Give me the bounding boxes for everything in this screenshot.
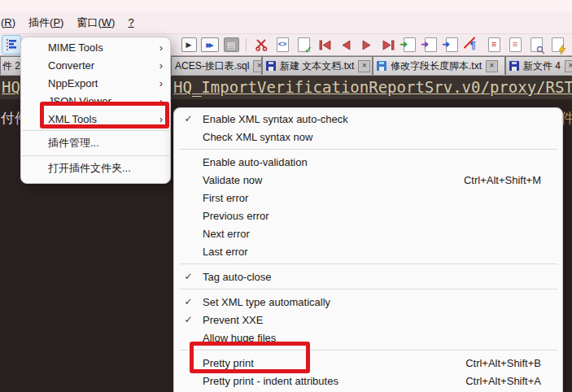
run-icon[interactable]: ▶ xyxy=(178,35,199,54)
save-icon xyxy=(509,61,519,71)
lines-glyph: ≡ xyxy=(489,40,500,49)
menu-item-label: NppExport xyxy=(48,77,98,89)
menu-accel: R xyxy=(4,16,11,28)
editor-text-fragment: HQ_ImportVerificationReportSrv.v0/proxy/… xyxy=(173,78,572,96)
submenu-arrow-icon: › xyxy=(159,95,163,107)
arrow-glyph: ➔ xyxy=(421,40,429,49)
xml-menu-item-first-error[interactable]: First error xyxy=(174,189,562,207)
tab-label: 新文件 4 xyxy=(523,59,561,73)
ampersand-icon[interactable]: & xyxy=(568,35,572,54)
menu-item-window[interactable]: 窗口(W) xyxy=(70,15,121,30)
menu-item-help[interactable]: ? xyxy=(121,16,140,28)
menu-item-plugins[interactable]: 插件(P) xyxy=(22,15,70,30)
shortcut-label: Ctrl+Alt+Shift+B xyxy=(465,357,541,369)
arrow-glyph: ➔ xyxy=(443,40,450,49)
tab-aces-sql[interactable]: ACES-接口表.sql × xyxy=(171,56,262,75)
xml-menu-item-check-syntax-now[interactable]: Check XML syntax now xyxy=(174,128,562,146)
doc-search-icon[interactable] xyxy=(526,35,547,54)
first-error-icon[interactable] xyxy=(314,35,335,54)
import-purple-icon[interactable]: ➔ xyxy=(420,35,441,54)
menu-bar: (R) 插件(P) 窗口(W) ? xyxy=(0,11,572,34)
macro-panel-icon[interactable]: ▤ xyxy=(221,35,242,54)
xml-menu-item-set-xml-type[interactable]: ✓ Set XML type automatically xyxy=(174,293,562,311)
xml-menu-item-previous-error[interactable]: Previous error xyxy=(174,207,562,224)
xml-code-icon[interactable]: <> xyxy=(272,35,293,54)
next-error-icon[interactable] xyxy=(356,35,378,54)
checkmark-icon: ✓ xyxy=(174,296,203,307)
previous-error-icon[interactable] xyxy=(335,35,356,54)
xml-menu-item-last-error[interactable]: Last error xyxy=(174,242,562,260)
xml-menu-item-allow-huge-files[interactable]: Allow huge files xyxy=(174,329,562,346)
toolbar-icons: ▶ ▶▶ ▤ <> ✓ ➔ ➔ ➔ ¶ ≡ ≡ & & <!- xyxy=(178,35,572,54)
menu-separator xyxy=(179,264,557,264)
last-error-icon[interactable] xyxy=(378,35,399,54)
menu-item-label: Validate now xyxy=(203,174,464,186)
xml-menu-item-next-error[interactable]: Next error xyxy=(174,224,562,242)
code-glyph: <> xyxy=(277,41,288,48)
menu-item-label: MIME Tools xyxy=(48,41,103,54)
xml-scissors-icon[interactable] xyxy=(251,35,272,54)
menu-item-label: Check XML syntax now xyxy=(203,131,541,143)
xml-menu-item-validate-now[interactable]: Validate now Ctrl+Alt+Shift+M xyxy=(174,171,562,189)
tab-modify-script[interactable]: 修改字段长度脚本.txt × xyxy=(373,56,505,75)
xml-menu-item-pretty-print-indent-attributes[interactable]: Pretty print - indent attributes Ctrl+Al… xyxy=(174,372,562,390)
xml-menu-item-enable-syntax-check[interactable]: ✓ Enable XML syntax auto-check xyxy=(174,110,562,128)
menu-item-label: 打开插件文件夹... xyxy=(48,161,131,176)
plugins-menu-item-open-plugins-folder[interactable]: 打开插件文件夹... xyxy=(21,159,170,178)
menu-separator xyxy=(22,155,169,156)
play-glyph: ▶ xyxy=(181,37,197,52)
import-green-icon[interactable]: ➔ xyxy=(399,35,420,54)
menu-item-label: Pretty print xyxy=(203,357,465,369)
submenu-arrow-icon: › xyxy=(159,59,163,72)
doc-red-dashed-icon[interactable]: ≡ xyxy=(504,35,526,54)
menu-item-label: Last error xyxy=(203,246,541,258)
toolbar-separator xyxy=(246,38,247,51)
doc-shape: <> xyxy=(277,37,289,52)
no-format-icon[interactable]: ¶ xyxy=(462,35,483,54)
tab-label: 件 2 xyxy=(2,59,20,73)
menu-accel: W xyxy=(102,16,111,28)
validate-doc-icon[interactable]: ✓ xyxy=(293,35,314,54)
plugins-menu-item-converter[interactable]: Converter › xyxy=(21,56,170,74)
menu-label: ) xyxy=(111,16,115,28)
menu-item-label: Previous error xyxy=(203,210,541,222)
xml-menu-item-pretty-print[interactable]: Pretty print Ctrl+Alt+Shift+B xyxy=(174,354,562,372)
tab-new-file-4[interactable]: 新文件 4 × xyxy=(505,56,572,75)
shortcut-label: Ctrl+Alt+Shift+M xyxy=(464,174,541,186)
xml-menu-item-prevent-xxe[interactable]: ✓ Prevent XXE xyxy=(174,311,562,329)
menu-item-label: 插件管理... xyxy=(48,136,99,150)
menu-label: ) xyxy=(12,16,15,28)
menu-separator xyxy=(22,130,169,131)
plugins-menu-item-xml-tools[interactable]: XML Tools › xyxy=(21,110,170,128)
document-map-icon[interactable] xyxy=(2,35,21,54)
plugins-dropdown-menu: MIME Tools › Converter › NppExport › JSO… xyxy=(20,37,171,184)
plugins-menu-item-json-viewer[interactable]: JSON Viewer › xyxy=(21,92,170,110)
plugins-menu-item-mime-tools[interactable]: MIME Tools › xyxy=(21,38,170,56)
tab-close-icon[interactable]: × xyxy=(253,60,262,72)
submenu-arrow-icon: › xyxy=(159,41,163,54)
menu-item-label: Converter xyxy=(48,59,94,72)
plugins-menu-item-nppexport[interactable]: NppExport › xyxy=(21,74,170,92)
menu-item-label: First error xyxy=(203,192,541,204)
doc-red-lines-icon[interactable]: ≡ xyxy=(483,35,504,54)
menu-item-r[interactable]: (R) xyxy=(0,16,22,28)
menu-separator xyxy=(179,350,557,351)
menu-separator xyxy=(179,149,557,150)
check-glyph: ✓ xyxy=(304,46,312,54)
doc-shape: ➔ xyxy=(446,37,458,52)
tab-new-text-doc[interactable]: 新建 文本文档.txt × xyxy=(262,56,373,75)
doc-shape: ➔ xyxy=(404,37,416,52)
tab-close-icon[interactable]: × xyxy=(565,60,572,72)
doc-flash-icon[interactable] xyxy=(547,35,568,54)
import-blue-icon[interactable]: ➔ xyxy=(441,35,462,54)
xml-menu-item-enable-auto-validation[interactable]: Enable auto-validation xyxy=(174,153,562,171)
menu-item-label: JSON Viewer xyxy=(48,95,111,107)
run-all-icon[interactable]: ▶▶ xyxy=(199,35,221,54)
menu-item-label: Tag auto-close xyxy=(203,271,541,283)
plugins-menu-item-plugin-admin[interactable]: 插件管理... xyxy=(21,133,170,153)
tab-close-icon[interactable]: × xyxy=(358,60,370,72)
doc-shape: ≡ xyxy=(509,37,522,52)
menu-separator xyxy=(179,289,557,290)
xml-menu-item-tag-auto-close[interactable]: ✓ Tag auto-close xyxy=(174,268,562,285)
tab-close-icon[interactable]: × xyxy=(486,60,498,72)
